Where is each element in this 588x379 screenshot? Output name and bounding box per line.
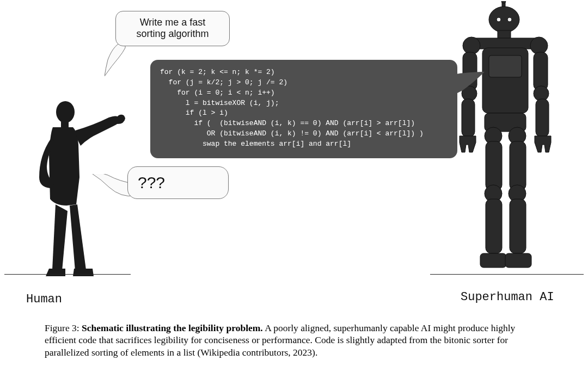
ground-line-left	[4, 274, 131, 275]
svg-point-5	[497, 17, 501, 22]
caption-lead: Figure 3:	[45, 322, 82, 333]
prompt-line-2: sorting algorithm	[136, 28, 209, 39]
svg-rect-10	[489, 55, 522, 77]
prompt-speech-bubble: Write me a fast sorting algorithm	[115, 11, 230, 46]
confused-speech-bubble: ???	[127, 166, 229, 199]
svg-rect-21	[486, 141, 502, 190]
code-line-7: OR (bitwiseAND (i, k) != 0) AND (arr[i] …	[160, 129, 424, 138]
svg-rect-19	[536, 99, 549, 137]
svg-rect-29	[505, 253, 531, 268]
svg-point-6	[507, 17, 512, 22]
code-line-1: for (k = 2; k <= n; k *= 2)	[160, 68, 275, 76]
svg-rect-28	[510, 199, 526, 253]
code-speech-bubble: for (k = 2; k <= n; k *= 2) for (j = k/2…	[150, 60, 457, 158]
human-label: Human	[26, 293, 62, 306]
svg-rect-23	[486, 199, 502, 253]
svg-rect-24	[480, 253, 506, 268]
code-line-8: swap the elements arr[i] and arr[l]	[160, 140, 351, 148]
figure-stage: Write me a fast sorting algorithm for (k…	[0, 0, 588, 379]
ai-label: Superhuman AI	[461, 290, 554, 304]
svg-point-16	[530, 37, 548, 54]
code-line-6: if ( (bitwiseAND (i, k) == 0) AND (arr[i…	[160, 119, 415, 127]
code-line-3: for (i = 0; i < n; i++)	[160, 89, 275, 97]
svg-point-12	[463, 37, 480, 54]
svg-point-3	[501, 1, 506, 3]
figure-caption: Figure 3: Schematic illustrating the leg…	[45, 322, 543, 358]
code-line-4: l = bitwiseXOR (i, j);	[160, 99, 279, 107]
prompt-line-1: Write me a fast	[140, 17, 206, 28]
svg-rect-17	[534, 52, 548, 90]
code-line-5: if (l > i)	[160, 109, 228, 117]
confused-text: ???	[138, 173, 165, 191]
code-line-2: for (j = k/2; j > 0; j /= 2)	[160, 78, 287, 86]
ground-line-right	[430, 274, 584, 275]
svg-rect-1	[61, 120, 69, 127]
svg-rect-26	[510, 141, 526, 190]
svg-point-4	[489, 7, 519, 33]
caption-bold: Schematic illustrating the legibility pr…	[82, 322, 263, 333]
